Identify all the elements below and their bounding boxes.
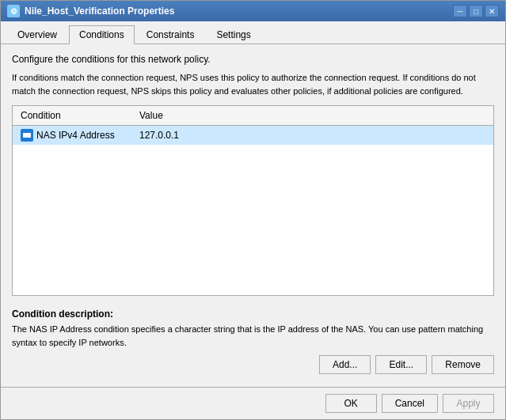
minimize-button[interactable]: ─ (453, 5, 467, 17)
dialog-title: Nile_Host_Verification Properties (25, 6, 174, 17)
ok-button[interactable]: OK (325, 394, 377, 413)
condition-value: 127.0.0.1 (139, 130, 179, 141)
tab-settings[interactable]: Settings (206, 25, 261, 44)
edit-button[interactable]: Edit... (375, 355, 427, 374)
table-header: Condition Value (13, 106, 493, 126)
tab-constraints[interactable]: Constraints (136, 25, 205, 44)
info-text: If conditions match the connection reque… (12, 71, 494, 97)
tab-overview[interactable]: Overview (7, 25, 67, 44)
condition-cell: NAS IPv4 Address (17, 127, 136, 143)
add-button[interactable]: Add... (319, 355, 371, 374)
title-bar: ⚙ Nile_Host_Verification Properties ─ □ … (1, 1, 505, 21)
col-condition: Condition (17, 108, 136, 123)
tab-conditions[interactable]: Conditions (69, 25, 135, 44)
title-bar-left: ⚙ Nile_Host_Verification Properties (7, 5, 174, 17)
value-cell: 127.0.0.1 (136, 128, 489, 142)
col-value: Value (136, 108, 489, 123)
section-title: Configure the conditions for this networ… (12, 54, 494, 65)
condition-description: Condition description: The NAS IP Addres… (12, 308, 494, 349)
dialog-footer: OK Cancel Apply (1, 387, 505, 419)
apply-button[interactable]: Apply (443, 394, 494, 413)
dialog-icon: ⚙ (7, 5, 20, 17)
content-area: Configure the conditions for this networ… (1, 44, 505, 387)
condition-name: NAS IPv4 Address (36, 130, 115, 141)
desc-title: Condition description: (12, 308, 494, 320)
remove-button[interactable]: Remove (432, 355, 494, 374)
close-button[interactable]: ✕ (485, 5, 499, 17)
conditions-table: Condition Value NAS IPv4 Address 127.0.0… (12, 105, 494, 296)
table-row[interactable]: NAS IPv4 Address 127.0.0.1 (13, 126, 493, 145)
condition-icon (21, 129, 33, 142)
tabs-row: Overview Conditions Constraints Settings (1, 21, 505, 44)
maximize-button[interactable]: □ (469, 5, 483, 17)
cancel-button[interactable]: Cancel (382, 394, 438, 413)
title-controls: ─ □ ✕ (453, 5, 499, 17)
action-buttons: Add... Edit... Remove (12, 355, 494, 377)
desc-text: The NAS IP Address condition specifies a… (12, 323, 494, 349)
dialog-window: ⚙ Nile_Host_Verification Properties ─ □ … (0, 0, 506, 420)
